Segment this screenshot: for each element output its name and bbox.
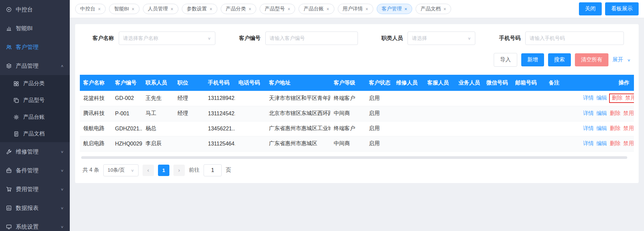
sidebar-item-2[interactable]: 客户管理 <box>0 38 70 56</box>
disable-link[interactable]: 禁用 <box>625 95 634 101</box>
close-icon[interactable]: × <box>366 7 368 11</box>
table-row-3[interactable]: 航启电路HZHQ0029李启辰131125464...广东省惠州市惠城区中间商启… <box>80 136 634 151</box>
sidebar-subitem-2[interactable]: 产品台账 <box>0 109 70 125</box>
cell: 腾讯科技 <box>80 106 112 121</box>
tab-4[interactable]: 产品分类× <box>221 4 256 14</box>
sidebar-item-3[interactable]: 产品管理∧ <box>0 56 70 75</box>
cell <box>455 106 483 121</box>
close-icon[interactable]: × <box>249 7 251 11</box>
spare-parts-icon <box>6 168 12 173</box>
cell: 中间商 <box>330 136 366 151</box>
sidebar-item-8[interactable]: 系统设置∨ <box>0 217 70 231</box>
clear-all-button[interactable]: 清空所有 <box>575 53 608 66</box>
sidebar-item-5[interactable]: 备件管理∨ <box>0 161 70 180</box>
detail-link[interactable]: 详情 <box>583 125 594 131</box>
goto-page-input[interactable]: 1 <box>204 164 222 176</box>
sidebar-item-6[interactable]: 费用管理∨ <box>0 180 70 198</box>
tab-7[interactable]: 用户详情× <box>338 4 373 14</box>
close-icon[interactable]: × <box>405 7 407 11</box>
edit-link[interactable]: 编辑 <box>596 125 607 131</box>
sidebar-item-7[interactable]: 数据报表∨ <box>0 198 70 217</box>
delete-link[interactable]: 删除 <box>612 95 623 101</box>
column-header-1: 客户编号 <box>112 75 142 91</box>
cell <box>393 136 424 151</box>
console-icon <box>6 7 12 12</box>
close-icon[interactable]: × <box>98 7 101 11</box>
table-header-row: 客户名称客户编号联系人员职位手机号码电话号码客户地址客户等级客户状态维修人员客服… <box>80 75 634 91</box>
sidebar-subitem-1[interactable]: 产品型号 <box>0 92 70 109</box>
page-size-select[interactable]: 10条/页 ∨ <box>103 164 139 176</box>
edit-link[interactable]: 编辑 <box>596 110 607 116</box>
page-size-value: 10条/页 <box>108 167 125 173</box>
tab-0[interactable]: 中控台× <box>75 4 106 14</box>
table-row-1[interactable]: 腾讯科技P-001马工经理131124542...北京市市辖区东城区西环路中间商… <box>80 106 634 121</box>
column-header-12: 微信号码 <box>483 75 512 91</box>
next-page-button[interactable]: › <box>173 165 185 176</box>
sidebar-subitem-0[interactable]: 产品分类 <box>0 75 70 92</box>
category-icon <box>13 81 19 86</box>
expense-icon <box>6 186 12 192</box>
column-header-11: 业务人员 <box>455 75 483 91</box>
filter-item-3: 手机号码请输入手机号码 <box>499 32 624 45</box>
sidebar-item-0[interactable]: 中控台 <box>0 0 70 19</box>
cell <box>512 121 545 136</box>
import-button[interactable]: 导入 <box>494 53 517 67</box>
disable-link[interactable]: 禁用 <box>623 140 634 146</box>
close-button[interactable]: 关闭 <box>579 2 602 15</box>
close-icon[interactable]: × <box>326 7 329 11</box>
prev-page-button[interactable]: ‹ <box>143 165 154 176</box>
tab-8[interactable]: 客户管理× <box>377 4 412 14</box>
filter-select-2[interactable]: 请选择∨ <box>408 32 475 45</box>
filter-input-1[interactable]: 请输入客户编号 <box>265 32 358 45</box>
table-row-0[interactable]: 花篮科技GD-002王先生经理131128942...天津市市辖区和平区青年路终… <box>80 91 634 106</box>
disable-link[interactable]: 禁用 <box>623 110 634 116</box>
filter-select-0[interactable]: 请选择客户名称∨ <box>119 32 215 45</box>
close-icon[interactable]: × <box>287 7 290 11</box>
detail-link[interactable]: 详情 <box>583 110 594 116</box>
column-header-0: 客户名称 <box>80 75 112 91</box>
delete-link[interactable]: 删除 <box>610 110 621 116</box>
total-count: 共 4 条 <box>83 167 99 174</box>
close-icon[interactable]: × <box>210 7 212 11</box>
column-header-7: 客户等级 <box>330 75 366 91</box>
close-icon[interactable]: × <box>171 7 173 11</box>
close-icon[interactable]: × <box>443 7 446 11</box>
tab-3[interactable]: 参数设置× <box>182 4 217 14</box>
add-button[interactable]: 新增 <box>521 53 544 66</box>
data-table: 客户名称客户编号联系人员职位手机号码电话号码客户地址客户等级客户状态维修人员客服… <box>80 75 634 152</box>
tab-5[interactable]: 产品型号× <box>260 4 295 14</box>
tab-2[interactable]: 人员管理× <box>143 4 178 14</box>
tab-1[interactable]: 智能BI× <box>109 4 139 14</box>
scrollbar-thumb[interactable] <box>81 156 627 159</box>
cell: 启用 <box>366 121 393 136</box>
disable-link[interactable]: 禁用 <box>623 125 634 131</box>
column-header-5: 电话号码 <box>235 75 266 91</box>
detail-link[interactable]: 详情 <box>583 95 594 101</box>
filter-label: 客户编号 <box>239 35 261 42</box>
tab-9[interactable]: 产品文档× <box>416 4 451 14</box>
sidebar-item-4[interactable]: 维修管理∨ <box>0 142 70 161</box>
cell <box>393 121 424 136</box>
sidebar-menu: 中控台智能BI客户管理产品管理∧产品分类产品型号产品台账产品文档维修管理∨备件管… <box>0 0 70 231</box>
delete-link[interactable]: 删除 <box>610 125 621 131</box>
tab-6[interactable]: 产品台账× <box>299 4 334 14</box>
edit-link[interactable]: 编辑 <box>596 140 607 146</box>
delete-link[interactable]: 删除 <box>610 140 621 146</box>
expand-toggle[interactable]: 展开 ∨ <box>612 56 631 63</box>
cell: 131128942... <box>205 91 235 106</box>
horizontal-scrollbar[interactable] <box>81 156 633 159</box>
filter-input-3[interactable]: 请输入手机号码 <box>525 32 624 45</box>
current-page-button[interactable]: 1 <box>158 165 169 176</box>
detail-link[interactable]: 详情 <box>583 140 594 146</box>
table-row-2[interactable]: 领航电路GDHZ021...杨总13456221...广东省惠州市惠城区工业城终… <box>80 121 634 136</box>
sidebar-item-1[interactable]: 智能BI <box>0 19 70 38</box>
board-display-button[interactable]: 看板展示 <box>605 2 639 15</box>
close-icon[interactable]: × <box>131 7 134 11</box>
edit-link[interactable]: 编辑 <box>596 95 607 101</box>
search-button[interactable]: 搜索 <box>548 53 571 66</box>
sidebar-subitem-3[interactable]: 产品文档 <box>0 125 70 142</box>
cell <box>512 106 545 121</box>
cell <box>455 136 483 151</box>
sidebar-item-label: 客户管理 <box>16 43 39 51</box>
tab-list: 中控台×智能BI×人员管理×参数设置×产品分类×产品型号×产品台账×用户详情×客… <box>75 4 451 14</box>
